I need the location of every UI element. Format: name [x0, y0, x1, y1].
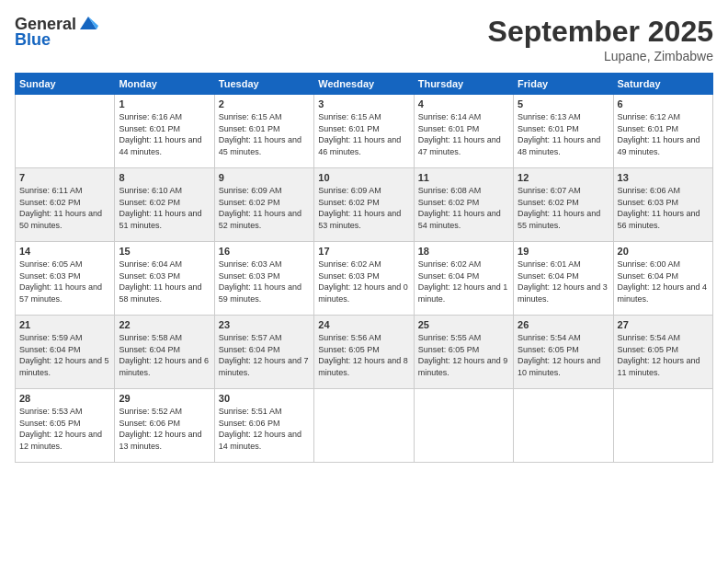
day-number: 9 [219, 172, 310, 183]
day-number: 17 [318, 246, 409, 257]
location: Lupane, Zimbabwe [488, 49, 713, 63]
table-row: 22Sunrise: 5:58 AMSunset: 6:04 PMDayligh… [115, 316, 214, 389]
logo: General Blue [15, 15, 98, 50]
table-row: 15Sunrise: 6:04 AMSunset: 6:03 PMDayligh… [115, 242, 214, 316]
table-row: 12Sunrise: 6:07 AMSunset: 6:02 PMDayligh… [514, 168, 613, 242]
header-saturday: Saturday [613, 74, 712, 95]
day-number: 22 [119, 319, 210, 330]
table-row: 16Sunrise: 6:03 AMSunset: 6:03 PMDayligh… [214, 242, 313, 316]
day-number: 14 [19, 246, 110, 257]
day-info: Sunrise: 6:10 AMSunset: 6:02 PMDaylight:… [119, 185, 210, 231]
day-info: Sunrise: 5:58 AMSunset: 6:04 PMDaylight:… [119, 332, 210, 378]
calendar-header-row: Sunday Monday Tuesday Wednesday Thursday… [16, 74, 713, 95]
day-number: 4 [418, 98, 509, 109]
day-info: Sunrise: 6:12 AMSunset: 6:01 PMDaylight:… [618, 111, 709, 157]
day-info: Sunrise: 6:00 AMSunset: 6:04 PMDaylight:… [618, 259, 709, 304]
table-row: 1Sunrise: 6:16 AMSunset: 6:01 PMDaylight… [115, 95, 214, 168]
day-info: Sunrise: 6:06 AMSunset: 6:03 PMDaylight:… [618, 185, 709, 231]
day-info: Sunrise: 6:14 AMSunset: 6:01 PMDaylight:… [418, 111, 509, 157]
header: General Blue September 2025 Lupane, Zimb… [15, 15, 713, 63]
table-row: 3Sunrise: 6:15 AMSunset: 6:01 PMDaylight… [314, 95, 414, 168]
day-info: Sunrise: 6:16 AMSunset: 6:01 PMDaylight:… [119, 111, 210, 157]
table-row: 23Sunrise: 5:57 AMSunset: 6:04 PMDayligh… [214, 316, 313, 389]
table-row: 14Sunrise: 6:05 AMSunset: 6:03 PMDayligh… [16, 242, 115, 316]
table-row: 11Sunrise: 6:08 AMSunset: 6:02 PMDayligh… [414, 168, 513, 242]
day-info: Sunrise: 5:54 AMSunset: 6:05 PMDaylight:… [518, 332, 609, 378]
day-info: Sunrise: 6:15 AMSunset: 6:01 PMDaylight:… [318, 111, 409, 157]
page: General Blue September 2025 Lupane, Zimb… [0, 0, 728, 563]
day-info: Sunrise: 5:51 AMSunset: 6:06 PMDaylight:… [219, 406, 310, 452]
day-number: 6 [618, 98, 709, 109]
calendar-table: Sunday Monday Tuesday Wednesday Thursday… [15, 73, 713, 463]
calendar-week-row: 21Sunrise: 5:59 AMSunset: 6:04 PMDayligh… [16, 316, 713, 389]
day-info: Sunrise: 5:55 AMSunset: 6:05 PMDaylight:… [418, 332, 509, 378]
day-info: Sunrise: 5:56 AMSunset: 6:05 PMDaylight:… [318, 332, 409, 378]
day-number: 7 [19, 172, 110, 183]
day-number: 1 [119, 98, 210, 109]
day-info: Sunrise: 6:07 AMSunset: 6:02 PMDaylight:… [518, 185, 609, 231]
table-row: 10Sunrise: 6:09 AMSunset: 6:02 PMDayligh… [314, 168, 414, 242]
table-row: 20Sunrise: 6:00 AMSunset: 6:04 PMDayligh… [613, 242, 712, 316]
table-row: 5Sunrise: 6:13 AMSunset: 6:01 PMDaylight… [514, 95, 613, 168]
header-wednesday: Wednesday [314, 74, 414, 95]
day-number: 19 [518, 246, 609, 257]
day-number: 3 [318, 98, 409, 109]
table-row: 4Sunrise: 6:14 AMSunset: 6:01 PMDaylight… [414, 95, 513, 168]
table-row: 25Sunrise: 5:55 AMSunset: 6:05 PMDayligh… [414, 316, 513, 389]
day-number: 23 [219, 319, 310, 330]
table-row: 30Sunrise: 5:51 AMSunset: 6:06 PMDayligh… [214, 389, 313, 463]
logo-icon [78, 13, 98, 33]
day-info: Sunrise: 6:11 AMSunset: 6:02 PMDaylight:… [19, 185, 110, 231]
day-number: 29 [119, 393, 210, 404]
header-thursday: Thursday [414, 74, 513, 95]
table-row: 28Sunrise: 5:53 AMSunset: 6:05 PMDayligh… [16, 389, 115, 463]
day-info: Sunrise: 6:02 AMSunset: 6:04 PMDaylight:… [418, 259, 509, 304]
day-number: 30 [219, 393, 310, 404]
day-info: Sunrise: 5:53 AMSunset: 6:05 PMDaylight:… [19, 406, 110, 452]
calendar-week-row: 14Sunrise: 6:05 AMSunset: 6:03 PMDayligh… [16, 242, 713, 316]
day-number: 28 [19, 393, 110, 404]
logo-blue: Blue [15, 30, 51, 50]
day-info: Sunrise: 6:09 AMSunset: 6:02 PMDaylight:… [318, 185, 409, 231]
table-row [514, 389, 613, 463]
header-friday: Friday [514, 74, 613, 95]
table-row: 17Sunrise: 6:02 AMSunset: 6:03 PMDayligh… [314, 242, 414, 316]
month-title: September 2025 [488, 15, 713, 49]
day-number: 11 [418, 172, 509, 183]
day-number: 12 [518, 172, 609, 183]
day-number: 21 [19, 319, 110, 330]
table-row [16, 95, 115, 168]
day-info: Sunrise: 6:15 AMSunset: 6:01 PMDaylight:… [219, 111, 310, 157]
header-tuesday: Tuesday [214, 74, 313, 95]
calendar-week-row: 28Sunrise: 5:53 AMSunset: 6:05 PMDayligh… [16, 389, 713, 463]
day-number: 8 [119, 172, 210, 183]
day-info: Sunrise: 6:01 AMSunset: 6:04 PMDaylight:… [518, 259, 609, 304]
table-row: 26Sunrise: 5:54 AMSunset: 6:05 PMDayligh… [514, 316, 613, 389]
day-info: Sunrise: 5:52 AMSunset: 6:06 PMDaylight:… [119, 406, 210, 452]
day-number: 20 [618, 246, 709, 257]
day-info: Sunrise: 6:02 AMSunset: 6:03 PMDaylight:… [318, 259, 409, 304]
table-row: 9Sunrise: 6:09 AMSunset: 6:02 PMDaylight… [214, 168, 313, 242]
table-row: 7Sunrise: 6:11 AMSunset: 6:02 PMDaylight… [16, 168, 115, 242]
header-monday: Monday [115, 74, 214, 95]
day-number: 15 [119, 246, 210, 257]
day-info: Sunrise: 5:59 AMSunset: 6:04 PMDaylight:… [19, 332, 110, 378]
day-info: Sunrise: 6:09 AMSunset: 6:02 PMDaylight:… [219, 185, 310, 231]
table-row [314, 389, 414, 463]
table-row [414, 389, 513, 463]
table-row: 18Sunrise: 6:02 AMSunset: 6:04 PMDayligh… [414, 242, 513, 316]
title-block: September 2025 Lupane, Zimbabwe [488, 15, 713, 63]
day-number: 26 [518, 319, 609, 330]
day-number: 27 [618, 319, 709, 330]
header-sunday: Sunday [16, 74, 115, 95]
table-row: 21Sunrise: 5:59 AMSunset: 6:04 PMDayligh… [16, 316, 115, 389]
table-row: 13Sunrise: 6:06 AMSunset: 6:03 PMDayligh… [613, 168, 712, 242]
day-info: Sunrise: 6:13 AMSunset: 6:01 PMDaylight:… [518, 111, 609, 157]
day-number: 24 [318, 319, 409, 330]
table-row: 29Sunrise: 5:52 AMSunset: 6:06 PMDayligh… [115, 389, 214, 463]
day-number: 2 [219, 98, 310, 109]
table-row: 27Sunrise: 5:54 AMSunset: 6:05 PMDayligh… [613, 316, 712, 389]
table-row: 19Sunrise: 6:01 AMSunset: 6:04 PMDayligh… [514, 242, 613, 316]
day-number: 10 [318, 172, 409, 183]
day-info: Sunrise: 6:05 AMSunset: 6:03 PMDaylight:… [19, 259, 110, 304]
